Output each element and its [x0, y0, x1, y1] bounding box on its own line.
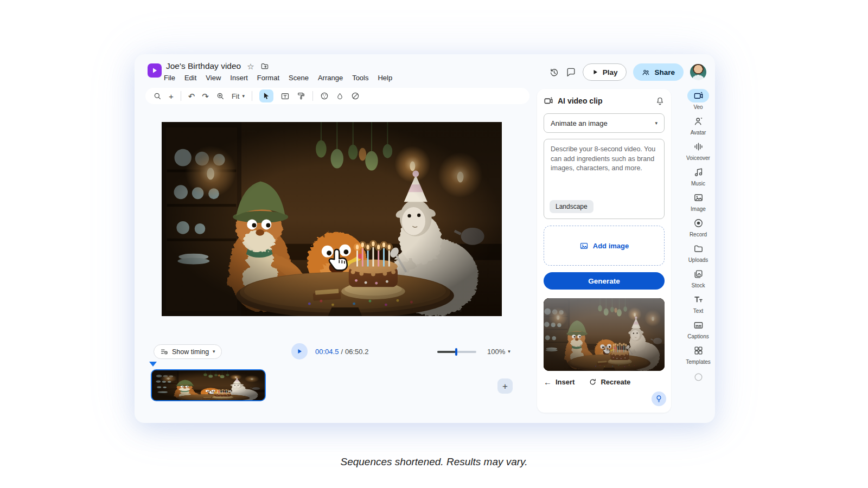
insert-textbox-icon[interactable] [280, 92, 290, 101]
add-image-icon [579, 241, 589, 251]
uploads-icon [687, 242, 709, 255]
menu-file[interactable]: File [164, 74, 175, 82]
sidebar-item-label: Stock [691, 282, 705, 288]
sidebar-item-stock[interactable]: Stock [682, 267, 714, 288]
sidebar-item-label: Music [691, 181, 705, 187]
menu-edit[interactable]: Edit [184, 74, 196, 82]
sidebar-item-avatar[interactable]: Avatar [682, 114, 714, 136]
preview-shade [544, 298, 665, 371]
mode-dropdown[interactable]: Animate an image ▾ [544, 113, 665, 133]
image-icon [687, 191, 709, 204]
share-button[interactable]: Share [633, 63, 684, 81]
sidebar-item-templates[interactable]: Templates [682, 344, 714, 365]
prompt-input[interactable] [544, 139, 664, 189]
sidebar-item-image[interactable]: Image [682, 191, 714, 212]
total-time: 06:50.2 [345, 348, 368, 356]
time-separator: / [341, 348, 343, 356]
show-timing-button[interactable]: Show timing ▾ [154, 344, 222, 359]
sidebar-item-label: Image [691, 206, 706, 212]
palette-icon[interactable] [320, 92, 329, 100]
star-icon[interactable]: ☆ [247, 62, 254, 70]
ai-video-panel: AI video clip Animate an image ▾ Landsca… [537, 89, 671, 413]
zoom-slider[interactable] [437, 351, 476, 353]
document-title[interactable]: Joe's Birthday video [166, 61, 241, 71]
effects-icon[interactable] [336, 92, 344, 100]
sidebar-item-captions[interactable]: Captions [682, 318, 714, 339]
generate-button[interactable]: Generate [544, 272, 665, 290]
chevron-down-icon: ▾ [213, 349, 215, 354]
zoom-slider-fill [437, 351, 456, 353]
add-icon[interactable]: + [169, 92, 174, 100]
avatar-icon [687, 114, 709, 128]
comment-icon[interactable] [566, 67, 576, 78]
version-history-icon[interactable] [549, 67, 559, 78]
select-tool[interactable] [259, 89, 273, 102]
stock-icon [687, 267, 709, 281]
ai-video-icon [544, 96, 553, 106]
aspect-ratio-chip[interactable]: Landscape [550, 200, 593, 213]
transparency-icon[interactable] [351, 92, 360, 100]
menu-scene[interactable]: Scene [289, 74, 309, 82]
sidebar-item-veo[interactable]: Veo [682, 89, 714, 110]
menu-tools[interactable]: Tools [352, 74, 368, 82]
menu-view[interactable]: View [206, 74, 221, 82]
menu-insert[interactable]: Insert [230, 74, 248, 82]
search-icon[interactable] [153, 92, 162, 100]
chevron-down-icon: ▾ [655, 121, 658, 126]
menu-format[interactable]: Format [257, 74, 279, 82]
menu-help[interactable]: Help [378, 74, 392, 82]
sidebar-item-label: Avatar [691, 130, 706, 136]
sidebar-item-label: Record [690, 232, 707, 237]
menu-arrange[interactable]: Arrange [318, 74, 343, 82]
redo-icon[interactable]: ↷ [202, 92, 209, 100]
timeline-clip-thumbnail[interactable] [151, 369, 266, 401]
fit-zoom-control[interactable]: Fit ▾ [232, 92, 245, 100]
sidebar-item-label: Uploads [688, 257, 709, 263]
recreate-button[interactable]: Recreate [589, 378, 630, 386]
play-button[interactable]: Play [583, 63, 627, 81]
playhead-marker[interactable] [149, 362, 157, 367]
app-window: Joe's Birthday video ☆ File Edit View In… [135, 54, 715, 423]
menu-bar: File Edit View Insert Format Scene Arran… [164, 74, 392, 82]
zoom-slider-handle[interactable] [455, 348, 457, 356]
video-canvas[interactable] [162, 122, 502, 316]
avatar[interactable] [690, 64, 706, 80]
arrow-left-icon: ← [544, 378, 552, 386]
sidebar-item-label: Captions [687, 333, 709, 339]
timeline-play-button[interactable] [291, 343, 308, 359]
bell-icon[interactable] [655, 97, 665, 106]
toolbar-divider [181, 91, 181, 101]
templates-icon [687, 344, 709, 357]
zoom-level-control[interactable]: 100% ▾ [487, 348, 510, 356]
toolbar-divider [312, 91, 313, 101]
add-scene-button[interactable]: + [497, 378, 513, 394]
sidebar-item-voiceover[interactable]: Voiceover [682, 140, 714, 161]
tips-lightbulb-button[interactable] [652, 391, 666, 406]
add-image-button[interactable]: Add image [544, 226, 665, 266]
zoom-in-icon[interactable] [216, 92, 225, 100]
undo-icon[interactable]: ↶ [188, 92, 195, 100]
text-icon [687, 293, 709, 306]
toolbar: + ↶ ↷ Fit ▾ [145, 88, 529, 104]
paint-format-icon[interactable] [297, 92, 305, 100]
sidebar-item-record[interactable]: Record [682, 216, 714, 237]
generated-clip-preview[interactable] [544, 298, 665, 371]
sidebar-item-label: Text [693, 308, 703, 314]
recreate-icon [589, 378, 597, 386]
right-sidebar: Veo Avatar Voiceover Music Image [681, 89, 715, 388]
sidebar-item-uploads[interactable]: Uploads [682, 242, 714, 263]
chevron-down-icon: ▾ [508, 349, 510, 354]
play-icon [592, 69, 598, 75]
insert-button[interactable]: ← Insert [544, 378, 575, 386]
prompt-container: Landscape [544, 139, 665, 219]
more-icon [687, 370, 709, 384]
voiceover-icon [687, 140, 709, 153]
sidebar-item-more[interactable] [682, 370, 714, 384]
timing-list-icon [160, 348, 168, 356]
video-frame [162, 122, 502, 316]
move-folder-icon[interactable] [260, 62, 269, 70]
disclaimer-caption: Sequences shortened. Results may vary. [0, 456, 868, 468]
sidebar-item-text[interactable]: Text [682, 293, 714, 314]
record-icon [687, 216, 709, 230]
sidebar-item-music[interactable]: Music [682, 165, 714, 187]
